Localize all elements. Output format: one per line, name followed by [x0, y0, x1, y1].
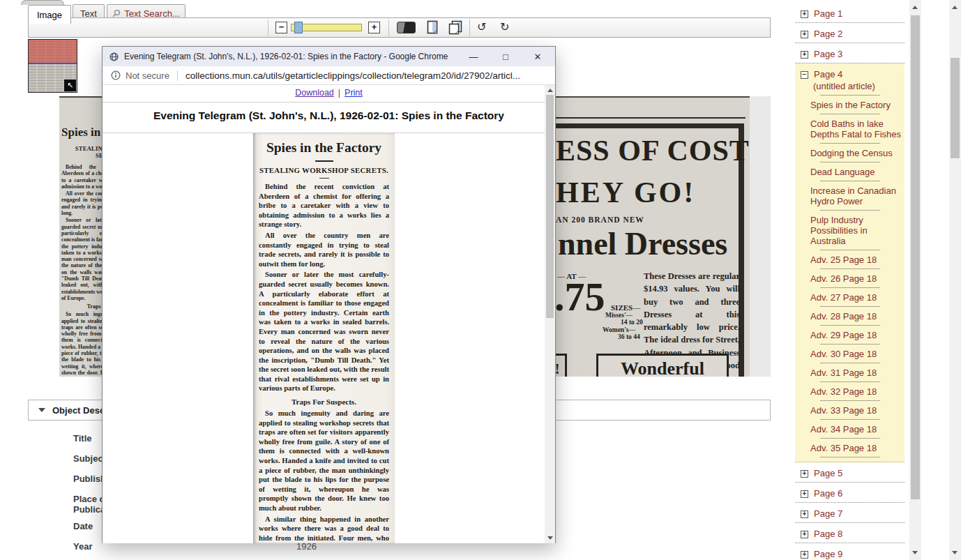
- scroll-down-arrow[interactable]: [547, 536, 553, 540]
- clipping-heading: Evening Telegram (St. John's, N.L.), 192…: [103, 103, 555, 128]
- image-toolbar: − + ↺ ↻: [28, 17, 771, 38]
- popup-scrollbar[interactable]: [545, 85, 555, 543]
- scroll-up-arrow[interactable]: [912, 6, 918, 9]
- sidebar-item-page-7[interactable]: +Page 7: [795, 503, 905, 523]
- maximize-button[interactable]: □: [495, 52, 516, 62]
- article-link[interactable]: Increase in Canadian Hydro Power: [810, 181, 905, 206]
- article-link[interactable]: Adv. 32 Page 18: [810, 382, 905, 397]
- page-label[interactable]: Page 8: [814, 529, 842, 539]
- sidebar-item-page-2[interactable]: +Page 2: [795, 23, 905, 43]
- expand-icon[interactable]: +: [801, 51, 808, 59]
- article-link[interactable]: Adv. 35 Page 18: [810, 439, 905, 453]
- popup-title-bar[interactable]: Evening Telegram (St. John's, N.L.), 192…: [103, 47, 555, 66]
- page-label[interactable]: Page 3: [814, 49, 842, 59]
- divider: [315, 160, 333, 162]
- article-link[interactable]: (untitled article): [813, 80, 905, 91]
- sidebar-item-page-3[interactable]: +Page 3: [795, 43, 905, 63]
- article-link[interactable]: Dodging the Census: [810, 144, 905, 158]
- tab-image-label: Image: [37, 10, 62, 20]
- screen: Image Text Text Search... − + ↺ ↻: [0, 0, 961, 560]
- page-label[interactable]: Page 1: [814, 8, 842, 19]
- expand-icon[interactable]: +: [801, 31, 808, 38]
- article-link[interactable]: Spies in the Factory: [810, 96, 905, 110]
- clipping-paragraph: Sooner or later the most carefully-guard…: [259, 270, 389, 393]
- article-link[interactable]: Adv. 30 Page 18: [810, 345, 905, 359]
- sidebar-scrollbar-thumb[interactable]: [911, 15, 920, 499]
- sidebar-item-page-4[interactable]: −Page 4: [795, 63, 905, 80]
- navigator-thumbnail[interactable]: ↖: [28, 39, 77, 93]
- page-scrollbar-thumb[interactable]: [951, 58, 960, 158]
- expand-icon[interactable]: +: [801, 531, 808, 538]
- article-link[interactable]: Adv. 31 Page 18: [810, 363, 905, 378]
- viewer-background-band: [750, 96, 771, 377]
- zoom-slider-track[interactable]: [291, 24, 362, 31]
- expand-icon[interactable]: +: [801, 10, 808, 18]
- rotate-left-button[interactable]: ↺: [477, 20, 486, 34]
- partial-tab-fragment: [21, 0, 64, 5]
- sidebar-scrollbar[interactable]: [909, 0, 921, 560]
- sidebar-item-page-8[interactable]: +Page 8: [795, 523, 905, 543]
- scroll-down-arrow[interactable]: [912, 551, 918, 554]
- zoom-slider-handle[interactable]: [294, 22, 303, 33]
- scroll-down-arrow[interactable]: [952, 551, 958, 554]
- ad-headline-fragment: ESS OF COST: [556, 134, 750, 167]
- fit-to-width-icon[interactable]: [448, 20, 464, 35]
- scroll-up-arrow[interactable]: [952, 6, 958, 9]
- page-label[interactable]: Page 5: [814, 468, 842, 478]
- popup-scrollbar-thumb[interactable]: [546, 95, 554, 318]
- clipping-paragraph: So much ingenuity and daring are applied…: [259, 409, 389, 513]
- fit-in-window-icon[interactable]: [427, 20, 439, 35]
- clipping-headline: Spies in the Factory: [259, 140, 389, 156]
- zoom-in-button[interactable]: +: [368, 22, 380, 33]
- expand-icon[interactable]: +: [801, 510, 808, 518]
- url-text[interactable]: collections.mun.ca/utils/getarticleclipp…: [186, 70, 520, 81]
- thumbnail-collapse-button[interactable]: ↖: [64, 80, 76, 91]
- article-link[interactable]: Adv. 25 Page 18: [810, 250, 905, 265]
- page-label[interactable]: Page 4: [814, 69, 842, 80]
- ad-value-box: Wonderful Values: [596, 354, 729, 377]
- article-link[interactable]: Adv. 28 Page 18: [810, 307, 905, 321]
- thumbnail-viewport-region[interactable]: [29, 40, 77, 64]
- clipping-paragraph: Behind the recent conviction at Aberdeen…: [259, 182, 389, 229]
- page-navigation-sidebar: +Page 1 +Page 2 +Page 3 −Page 4 (untitle…: [795, 0, 905, 560]
- minimize-button[interactable]: —: [463, 52, 484, 62]
- expand-icon[interactable]: +: [801, 551, 808, 559]
- article-link[interactable]: Adv. 26 Page 18: [810, 269, 905, 284]
- page-label[interactable]: Page 7: [814, 508, 842, 519]
- scroll-up-arrow[interactable]: [547, 89, 553, 92]
- page-label[interactable]: Page 9: [814, 549, 842, 559]
- rotate-right-button[interactable]: ↻: [500, 20, 509, 34]
- divider: [319, 178, 329, 179]
- info-icon[interactable]: [111, 70, 121, 80]
- tab-image[interactable]: Image: [28, 5, 71, 24]
- expand-icon[interactable]: +: [801, 490, 808, 498]
- page-label[interactable]: Page 2: [814, 29, 842, 39]
- article-link[interactable]: Pulp Industry Possibilities in Australia: [810, 211, 905, 246]
- clipping-paragraph: All over the country men are constantly …: [259, 231, 389, 268]
- sidebar-item-page-1[interactable]: +Page 1: [795, 3, 905, 23]
- print-link[interactable]: Print: [345, 88, 363, 98]
- ad-product-fragment: nnel Dresses: [558, 225, 727, 262]
- sidebar-page-4-section: −Page 4 (untitled article) Spies in the …: [795, 63, 905, 462]
- popup-window: Evening Telegram (St. John's, N.L.), 192…: [102, 46, 556, 543]
- close-button[interactable]: ✕: [527, 52, 548, 62]
- article-link[interactable]: Adv. 29 Page 18: [810, 326, 905, 340]
- expand-icon[interactable]: +: [801, 470, 808, 478]
- download-link[interactable]: Download: [295, 88, 334, 98]
- max-resolution-icon[interactable]: [397, 22, 416, 33]
- zoom-out-button[interactable]: −: [275, 22, 287, 33]
- article-link[interactable]: Adv. 27 Page 18: [810, 288, 905, 303]
- popup-address-bar[interactable]: Not secure collections.mun.ca/utils/geta…: [103, 66, 555, 85]
- ad-subline-fragment: AN 200 BRAND NEW: [556, 215, 644, 224]
- sidebar-item-page-9[interactable]: +Page 9: [795, 543, 905, 560]
- article-link[interactable]: Dead Language: [810, 162, 905, 177]
- page-scrollbar[interactable]: [949, 0, 961, 560]
- ad-price-fragment: .75: [554, 273, 605, 320]
- article-link[interactable]: Adv. 34 Page 18: [810, 420, 905, 434]
- sidebar-item-page-6[interactable]: +Page 6: [795, 483, 905, 503]
- page-label[interactable]: Page 6: [814, 488, 842, 499]
- article-link[interactable]: Adv. 33 Page 18: [810, 401, 905, 416]
- collapse-icon[interactable]: −: [801, 71, 808, 79]
- article-link[interactable]: Cold Baths in lake Depths Fatal to Fishe…: [810, 114, 905, 139]
- sidebar-item-page-5[interactable]: +Page 5: [795, 462, 905, 483]
